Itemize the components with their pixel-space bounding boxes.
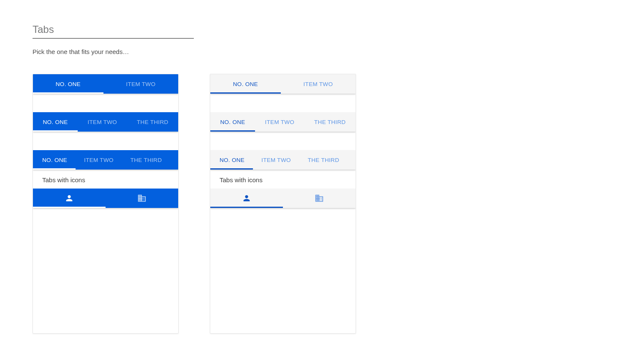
- tab-the-fourth[interactable]: THE FOURTH: [348, 150, 356, 170]
- tab-label: THE THIRD: [314, 119, 345, 125]
- tab-the-third[interactable]: THE THIRD: [122, 150, 170, 170]
- tab-label: ITEM TWO: [87, 119, 117, 125]
- spacer: [33, 132, 178, 150]
- tab-the-third[interactable]: THE THIRD: [127, 112, 178, 132]
- tab-item-two[interactable]: ITEM TWO: [103, 74, 178, 94]
- tab-no-one[interactable]: NO. ONE: [210, 112, 255, 132]
- tab-label: THE THIRD: [130, 157, 162, 163]
- tab-label: ITEM TWO: [84, 157, 114, 163]
- tab-item-two[interactable]: ITEM TWO: [78, 112, 127, 132]
- tab-person[interactable]: [210, 189, 283, 208]
- column-secondary: NO. ONE ITEM TWO NO. ONE ITEM TWO THE TH…: [210, 74, 356, 334]
- tabbar-primary-icons: [33, 189, 178, 208]
- tab-label: ITEM TWO: [265, 119, 294, 125]
- tabbar-secondary-icons: [210, 189, 356, 208]
- tab-label: ITEM TWO: [304, 81, 333, 87]
- tab-label: NO. ONE: [43, 119, 68, 125]
- tab-label: NO. ONE: [220, 157, 244, 163]
- tab-label: NO. ONE: [233, 81, 258, 87]
- tab-no-one[interactable]: NO. ONE: [33, 74, 103, 94]
- person-icon: [242, 194, 251, 203]
- tabbar-primary-3: NO. ONE ITEM TWO THE THIRD: [33, 112, 178, 132]
- tab-the-fourth[interactable]: THE FOURTH: [170, 150, 178, 170]
- company-icon: [137, 194, 147, 203]
- page-title: Tabs: [33, 24, 194, 39]
- page-subtitle: Pick the one that fits your needs…: [33, 48, 641, 55]
- person-icon: [65, 194, 74, 203]
- spacer: [33, 94, 178, 112]
- spacer: [210, 94, 356, 112]
- spacer: [210, 132, 356, 150]
- tab-label: ITEM TWO: [261, 157, 291, 163]
- tab-item-two[interactable]: ITEM TWO: [76, 150, 122, 170]
- tab-no-one[interactable]: NO. ONE: [210, 150, 253, 170]
- tabbar-secondary-2: NO. ONE ITEM TWO: [210, 74, 356, 94]
- tab-item-two[interactable]: ITEM TWO: [281, 74, 356, 94]
- tab-label: ITEM TWO: [126, 81, 156, 87]
- tabbar-primary-4-scrollable[interactable]: NO. ONE ITEM TWO THE THIRD THE FOURTH: [33, 150, 178, 170]
- tabbar-primary-2: NO. ONE ITEM TWO: [33, 74, 178, 94]
- tabbar-secondary-4-scrollable[interactable]: NO. ONE ITEM TWO THE THIRD THE FOURTH: [210, 150, 356, 170]
- column-primary: NO. ONE ITEM TWO NO. ONE ITEM TWO THE TH…: [33, 74, 179, 334]
- tab-label: THE THIRD: [308, 157, 339, 163]
- section-label-icons: Tabs with icons: [33, 170, 178, 189]
- tab-no-one[interactable]: NO. ONE: [33, 112, 78, 132]
- tab-no-one[interactable]: NO. ONE: [33, 150, 76, 170]
- tabbar-secondary-3: NO. ONE ITEM TWO THE THIRD: [210, 112, 356, 132]
- tab-item-two[interactable]: ITEM TWO: [255, 112, 304, 132]
- tab-label: NO. ONE: [56, 81, 81, 87]
- tab-company[interactable]: [283, 189, 356, 208]
- tab-item-two[interactable]: ITEM TWO: [253, 150, 299, 170]
- company-icon: [315, 194, 324, 203]
- tab-no-one[interactable]: NO. ONE: [210, 74, 281, 94]
- tab-company[interactable]: [106, 189, 178, 208]
- tab-the-third[interactable]: THE THIRD: [299, 150, 348, 170]
- tab-label: THE THIRD: [137, 119, 168, 125]
- tab-person[interactable]: [33, 189, 106, 208]
- tab-label: NO. ONE: [42, 157, 67, 163]
- tab-label: NO. ONE: [220, 119, 245, 125]
- section-label-icons: Tabs with icons: [210, 170, 356, 189]
- tab-the-third[interactable]: THE THIRD: [304, 112, 356, 132]
